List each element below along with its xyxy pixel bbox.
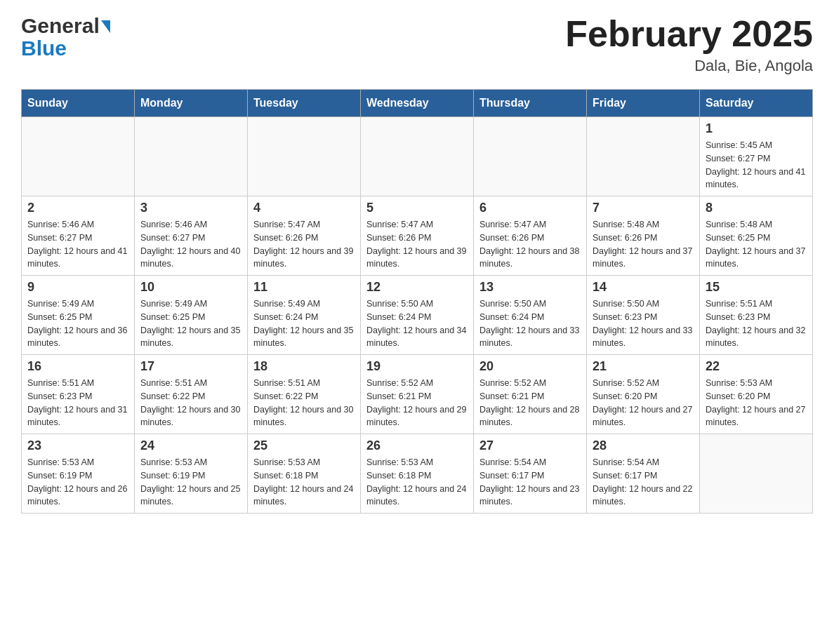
day-info: Sunrise: 5:48 AM Sunset: 6:25 PM Dayligh… <box>706 218 807 271</box>
calendar-cell: 7Sunrise: 5:48 AM Sunset: 6:26 PM Daylig… <box>587 196 700 276</box>
calendar-week-row: 16Sunrise: 5:51 AM Sunset: 6:23 PM Dayli… <box>22 355 813 434</box>
calendar-cell: 3Sunrise: 5:46 AM Sunset: 6:27 PM Daylig… <box>135 196 248 276</box>
day-number: 4 <box>253 201 355 215</box>
day-number: 18 <box>253 359 355 374</box>
day-info: Sunrise: 5:46 AM Sunset: 6:27 PM Dayligh… <box>27 218 128 271</box>
day-number: 2 <box>27 201 128 215</box>
day-info: Sunrise: 5:46 AM Sunset: 6:27 PM Dayligh… <box>140 218 241 271</box>
day-number: 19 <box>366 359 468 374</box>
day-info: Sunrise: 5:53 AM Sunset: 6:19 PM Dayligh… <box>140 456 241 509</box>
day-number: 1 <box>706 121 807 136</box>
day-number: 16 <box>27 359 128 374</box>
day-info: Sunrise: 5:51 AM Sunset: 6:23 PM Dayligh… <box>27 377 128 429</box>
page-header: General Blue February 2025 Dala, Bie, An… <box>21 14 813 75</box>
day-info: Sunrise: 5:53 AM Sunset: 6:18 PM Dayligh… <box>366 456 468 509</box>
day-of-week-header: Wednesday <box>361 90 474 117</box>
day-info: Sunrise: 5:51 AM Sunset: 6:22 PM Dayligh… <box>253 377 355 429</box>
day-info: Sunrise: 5:47 AM Sunset: 6:26 PM Dayligh… <box>253 218 355 271</box>
day-number: 3 <box>140 201 241 215</box>
calendar-cell: 28Sunrise: 5:54 AM Sunset: 6:17 PM Dayli… <box>587 434 700 514</box>
calendar-cell: 27Sunrise: 5:54 AM Sunset: 6:17 PM Dayli… <box>474 434 587 514</box>
logo-triangle-icon <box>101 20 110 33</box>
day-header-row: SundayMondayTuesdayWednesdayThursdayFrid… <box>22 90 813 117</box>
calendar-week-row: 23Sunrise: 5:53 AM Sunset: 6:19 PM Dayli… <box>22 434 813 514</box>
day-info: Sunrise: 5:49 AM Sunset: 6:24 PM Dayligh… <box>253 297 355 350</box>
calendar-body: 1Sunrise: 5:45 AM Sunset: 6:27 PM Daylig… <box>22 117 813 514</box>
day-number: 25 <box>253 438 355 453</box>
day-info: Sunrise: 5:49 AM Sunset: 6:25 PM Dayligh… <box>27 297 128 350</box>
day-info: Sunrise: 5:47 AM Sunset: 6:26 PM Dayligh… <box>366 218 468 271</box>
calendar-cell <box>361 117 474 196</box>
day-number: 23 <box>27 438 128 453</box>
calendar-cell: 6Sunrise: 5:47 AM Sunset: 6:26 PM Daylig… <box>474 196 587 276</box>
day-info: Sunrise: 5:50 AM Sunset: 6:23 PM Dayligh… <box>593 297 694 350</box>
day-info: Sunrise: 5:45 AM Sunset: 6:27 PM Dayligh… <box>706 139 807 192</box>
title-block: February 2025 Dala, Bie, Angola <box>565 14 813 75</box>
calendar-subtitle: Dala, Bie, Angola <box>565 57 813 75</box>
day-number: 8 <box>706 201 807 215</box>
day-number: 21 <box>593 359 694 374</box>
day-of-week-header: Sunday <box>22 90 135 117</box>
calendar-cell: 4Sunrise: 5:47 AM Sunset: 6:26 PM Daylig… <box>248 196 361 276</box>
calendar-cell: 11Sunrise: 5:49 AM Sunset: 6:24 PM Dayli… <box>248 276 361 355</box>
logo: General Blue <box>21 14 110 60</box>
day-info: Sunrise: 5:50 AM Sunset: 6:24 PM Dayligh… <box>479 297 581 350</box>
calendar-cell: 16Sunrise: 5:51 AM Sunset: 6:23 PM Dayli… <box>22 355 135 434</box>
day-number: 24 <box>140 438 241 453</box>
day-number: 17 <box>140 359 241 374</box>
calendar-cell <box>700 434 813 514</box>
day-info: Sunrise: 5:52 AM Sunset: 6:21 PM Dayligh… <box>366 377 468 429</box>
logo-general-text: General <box>21 14 100 38</box>
day-of-week-header: Saturday <box>700 90 813 117</box>
calendar-header: SundayMondayTuesdayWednesdayThursdayFrid… <box>22 90 813 117</box>
day-info: Sunrise: 5:53 AM Sunset: 6:20 PM Dayligh… <box>706 377 807 429</box>
calendar-week-row: 2Sunrise: 5:46 AM Sunset: 6:27 PM Daylig… <box>22 196 813 276</box>
day-number: 20 <box>479 359 581 374</box>
calendar-cell: 17Sunrise: 5:51 AM Sunset: 6:22 PM Dayli… <box>135 355 248 434</box>
day-number: 27 <box>479 438 581 453</box>
day-of-week-header: Monday <box>135 90 248 117</box>
calendar-cell: 24Sunrise: 5:53 AM Sunset: 6:19 PM Dayli… <box>135 434 248 514</box>
day-number: 12 <box>366 280 468 295</box>
calendar-week-row: 9Sunrise: 5:49 AM Sunset: 6:25 PM Daylig… <box>22 276 813 355</box>
day-number: 5 <box>366 201 468 215</box>
day-number: 26 <box>366 438 468 453</box>
calendar-cell <box>135 117 248 196</box>
calendar-cell: 26Sunrise: 5:53 AM Sunset: 6:18 PM Dayli… <box>361 434 474 514</box>
day-info: Sunrise: 5:48 AM Sunset: 6:26 PM Dayligh… <box>593 218 694 271</box>
day-number: 28 <box>593 438 694 453</box>
calendar-cell: 25Sunrise: 5:53 AM Sunset: 6:18 PM Dayli… <box>248 434 361 514</box>
day-info: Sunrise: 5:52 AM Sunset: 6:21 PM Dayligh… <box>479 377 581 429</box>
day-info: Sunrise: 5:54 AM Sunset: 6:17 PM Dayligh… <box>593 456 694 509</box>
day-of-week-header: Friday <box>587 90 700 117</box>
calendar-cell: 9Sunrise: 5:49 AM Sunset: 6:25 PM Daylig… <box>22 276 135 355</box>
day-number: 13 <box>479 280 581 295</box>
day-number: 22 <box>706 359 807 374</box>
day-of-week-header: Tuesday <box>248 90 361 117</box>
calendar-cell <box>22 117 135 196</box>
day-info: Sunrise: 5:53 AM Sunset: 6:19 PM Dayligh… <box>27 456 128 509</box>
calendar-cell: 2Sunrise: 5:46 AM Sunset: 6:27 PM Daylig… <box>22 196 135 276</box>
calendar-cell <box>248 117 361 196</box>
calendar-cell: 14Sunrise: 5:50 AM Sunset: 6:23 PM Dayli… <box>587 276 700 355</box>
day-info: Sunrise: 5:49 AM Sunset: 6:25 PM Dayligh… <box>140 297 241 350</box>
calendar-cell: 5Sunrise: 5:47 AM Sunset: 6:26 PM Daylig… <box>361 196 474 276</box>
day-number: 14 <box>593 280 694 295</box>
day-number: 15 <box>706 280 807 295</box>
calendar-cell: 18Sunrise: 5:51 AM Sunset: 6:22 PM Dayli… <box>248 355 361 434</box>
calendar-cell: 23Sunrise: 5:53 AM Sunset: 6:19 PM Dayli… <box>22 434 135 514</box>
calendar-cell: 20Sunrise: 5:52 AM Sunset: 6:21 PM Dayli… <box>474 355 587 434</box>
calendar-cell: 22Sunrise: 5:53 AM Sunset: 6:20 PM Dayli… <box>700 355 813 434</box>
day-number: 6 <box>479 201 581 215</box>
calendar-cell: 10Sunrise: 5:49 AM Sunset: 6:25 PM Dayli… <box>135 276 248 355</box>
calendar-cell <box>587 117 700 196</box>
calendar-cell <box>474 117 587 196</box>
day-number: 7 <box>593 201 694 215</box>
day-number: 11 <box>253 280 355 295</box>
day-number: 9 <box>27 280 128 295</box>
day-info: Sunrise: 5:51 AM Sunset: 6:23 PM Dayligh… <box>706 297 807 350</box>
calendar-cell: 1Sunrise: 5:45 AM Sunset: 6:27 PM Daylig… <box>700 117 813 196</box>
day-info: Sunrise: 5:53 AM Sunset: 6:18 PM Dayligh… <box>253 456 355 509</box>
day-info: Sunrise: 5:51 AM Sunset: 6:22 PM Dayligh… <box>140 377 241 429</box>
logo-blue-text: Blue <box>21 36 67 60</box>
